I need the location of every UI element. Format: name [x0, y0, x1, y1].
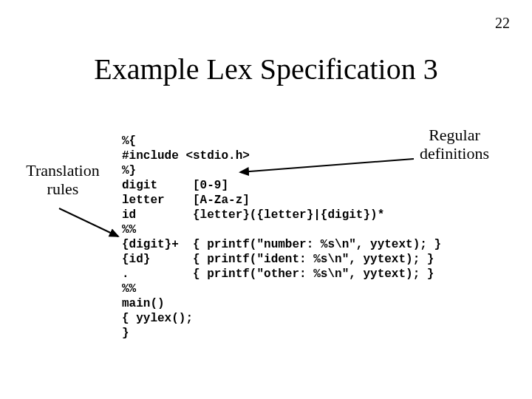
lex-code-block: %{ #include <stdio.h> %} digit [0-9] let…	[122, 134, 441, 341]
translation-rules-label: Translation rules	[15, 161, 111, 199]
slide-title: Example Lex Specification 3	[0, 52, 532, 86]
page-number: 22	[495, 15, 510, 32]
svg-line-0	[59, 208, 118, 236]
